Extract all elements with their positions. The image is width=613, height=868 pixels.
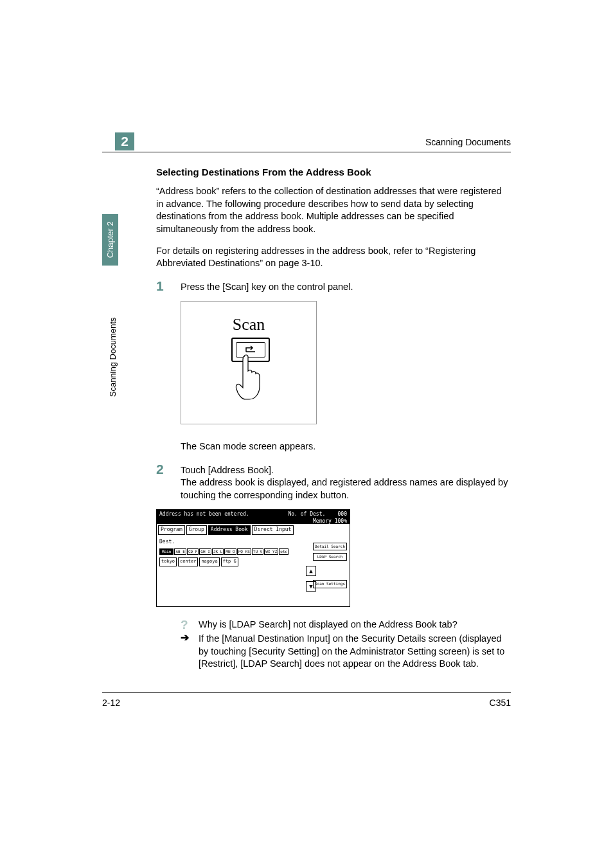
ss-index-ab: AB E: [174, 548, 186, 555]
ss-arrow-down-icon: ▼: [306, 581, 316, 592]
ss-entry-1: tokyo: [159, 557, 177, 566]
question-text: Why is [LDAP Search] not displayed on th…: [199, 619, 511, 631]
ss-dest-count: 000: [338, 511, 347, 517]
ss-status-text: Address has not been entered.: [159, 511, 249, 524]
ss-index-wx: WX YZ: [264, 548, 278, 555]
address-book-screenshot: Address has not been entered. No. of Des…: [156, 509, 350, 607]
ss-entry-3: nagoya: [199, 557, 219, 566]
answer-arrow-icon: ➔: [181, 633, 192, 671]
ss-index-mn: MN O: [224, 548, 236, 555]
ss-arrow-up-icon: ▲: [306, 566, 316, 576]
step-text-1: Press the [Scan] key on the control pane…: [181, 279, 511, 294]
ss-index-tu: TU V: [252, 548, 263, 555]
side-tab-chapter: Chapter 2: [102, 214, 118, 266]
ss-entry-2: center: [178, 557, 198, 566]
ss-tab-address-book: Address Book: [208, 525, 251, 535]
footer-page-number: 2-12: [102, 697, 120, 709]
step-1-result: The Scan mode screen appears.: [181, 439, 511, 453]
hand-pointer-icon: [235, 353, 261, 401]
ss-memory: Memory 100%: [313, 518, 347, 524]
ss-tab-program: Program: [158, 525, 185, 535]
ss-entry-4: ftp G: [221, 557, 238, 566]
ss-index-gh: GH I: [199, 548, 211, 555]
side-tab-section: Scanning Documents: [102, 284, 118, 295]
section-heading: Selecting Destinations From the Address …: [156, 166, 511, 179]
header-rule: [102, 152, 511, 152]
footer-model: C351: [490, 697, 511, 709]
side-tab-chapter-label: Chapter 2: [105, 221, 116, 258]
intro-paragraph-1: “Address book” refers to the collection …: [156, 185, 511, 235]
ss-index-etc: etc: [279, 548, 289, 555]
intro-paragraph-2: For details on registering addresses in …: [156, 245, 511, 270]
step-2-line-1: Touch [Address Book].: [181, 464, 511, 477]
question-icon: ?: [181, 619, 192, 631]
side-tab-section-label: Scanning Documents: [107, 381, 119, 397]
answer-text: If the [Manual Destination Input] on the…: [199, 633, 511, 671]
ss-tab-group: Group: [186, 525, 207, 535]
ss-scan-settings-button: Scan Settings: [313, 580, 347, 588]
step-2-line-2: The address book is displayed, and regis…: [181, 476, 511, 502]
ss-index-main: Main: [159, 548, 173, 555]
ss-index-jk: JK L: [212, 548, 224, 555]
ss-dest-count-label: No. of Dest.: [288, 511, 325, 517]
ss-index-pq: PQ RS: [237, 548, 251, 555]
step-number-2: 2: [156, 462, 168, 476]
ss-detail-search-button: Detail Search: [313, 543, 347, 550]
chapter-number-badge: 2: [115, 132, 134, 150]
ss-tab-direct-input: Direct Input: [252, 525, 294, 535]
scan-label: Scan: [181, 313, 316, 336]
scan-key-illustration: Scan: [181, 301, 317, 424]
ss-index-cd: CD F: [187, 548, 199, 555]
ss-ldap-search-button: LDAP Search: [313, 553, 347, 561]
step-number-1: 1: [156, 279, 168, 293]
running-header: Scanning Documents: [425, 136, 511, 149]
